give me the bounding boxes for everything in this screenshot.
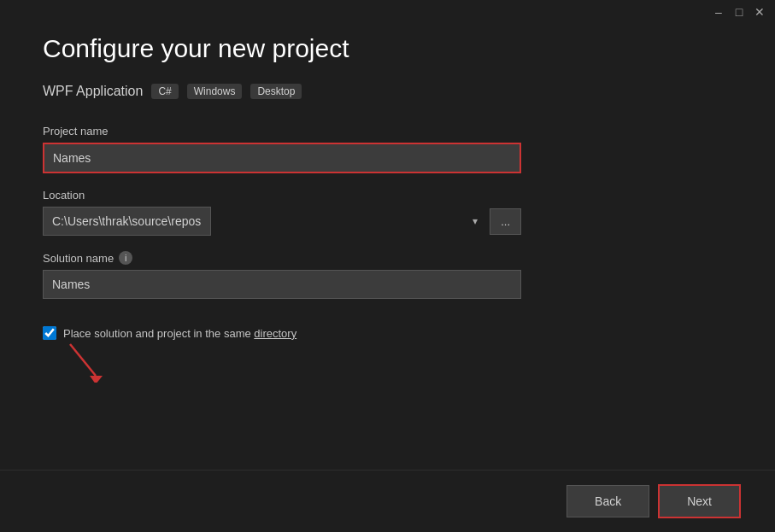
main-content: Configure your new project WPF Applicati… bbox=[0, 0, 775, 532]
solution-name-label: Solution name bbox=[43, 252, 114, 265]
badge-csharp: C# bbox=[151, 84, 178, 99]
maximize-button[interactable]: □ bbox=[734, 7, 744, 17]
same-directory-row: Place solution and project in the same d… bbox=[43, 326, 732, 340]
location-row: C:\Users\thrak\source\repos ... bbox=[43, 207, 521, 236]
annotation-arrow-icon bbox=[62, 340, 113, 383]
project-name-section: Project name bbox=[43, 125, 732, 173]
badge-desktop: Desktop bbox=[250, 84, 302, 99]
solution-info-icon[interactable]: i bbox=[119, 251, 132, 265]
solution-name-input[interactable] bbox=[43, 270, 521, 299]
minimize-button[interactable]: – bbox=[713, 7, 724, 17]
solution-name-section: Solution name i bbox=[43, 251, 732, 299]
project-type-label: WPF Application bbox=[43, 84, 143, 99]
project-name-label: Project name bbox=[43, 125, 732, 137]
footer: Back Next bbox=[0, 470, 775, 532]
same-directory-label[interactable]: Place solution and project in the same d… bbox=[63, 327, 296, 340]
browse-button[interactable]: ... bbox=[490, 208, 521, 235]
location-section: Location C:\Users\thrak\source\repos ... bbox=[43, 189, 732, 236]
location-select[interactable]: C:\Users\thrak\source\repos bbox=[43, 207, 211, 236]
svg-marker-1 bbox=[90, 376, 103, 383]
location-select-wrapper: C:\Users\thrak\source\repos bbox=[43, 207, 484, 236]
project-type-row: WPF Application C# Windows Desktop bbox=[43, 84, 732, 99]
close-button[interactable]: ✕ bbox=[754, 7, 765, 17]
badge-windows: Windows bbox=[187, 84, 243, 99]
same-directory-checkbox[interactable] bbox=[43, 326, 56, 340]
location-label: Location bbox=[43, 189, 732, 202]
project-name-input[interactable] bbox=[43, 143, 521, 173]
title-bar: – □ ✕ bbox=[703, 0, 775, 24]
next-button[interactable]: Next bbox=[658, 484, 741, 518]
page-title: Configure your new project bbox=[43, 34, 732, 63]
back-button[interactable]: Back bbox=[567, 485, 649, 517]
solution-label-row: Solution name i bbox=[43, 251, 732, 265]
arrow-annotation bbox=[62, 340, 113, 386]
svg-line-0 bbox=[70, 344, 96, 376]
